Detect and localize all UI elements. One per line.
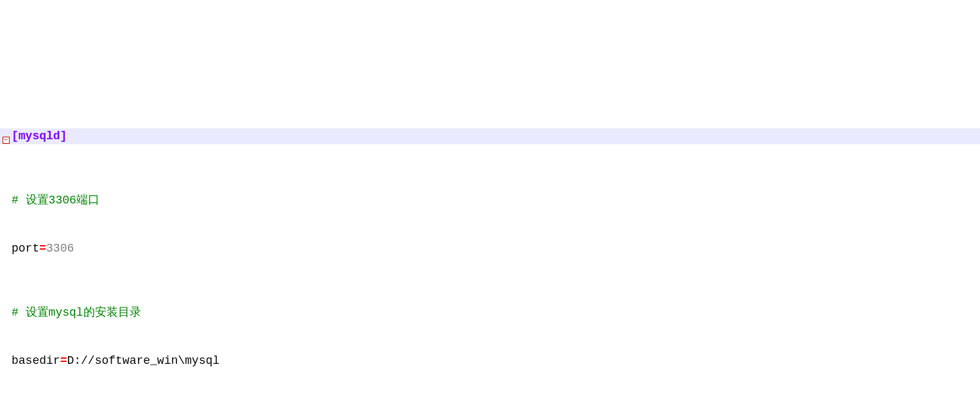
config-value: 3306 <box>46 242 74 255</box>
config-value: D://software_win\mysql <box>67 354 219 367</box>
config-key: port <box>12 242 39 255</box>
section-header: [mysqld] <box>12 130 67 142</box>
code-line: # 设置mysql的安装目录 <box>0 305 980 321</box>
fold-toggle-icon[interactable]: − <box>3 137 10 144</box>
code-line: port=3306 <box>0 241 980 257</box>
equals-sign: = <box>39 242 46 255</box>
equals-sign: = <box>60 354 67 367</box>
comment-text: # 设置3306端口 <box>12 194 99 207</box>
comment-text: # 设置mysql的安装目录 <box>12 306 141 319</box>
code-line: basedir=D://software_win\mysql <box>0 353 980 369</box>
code-line: − [mysqld] <box>0 128 980 144</box>
code-editor[interactable]: − [mysqld] # 设置3306端口 port=3306 # 设置mysq… <box>0 64 980 403</box>
code-line: # 设置3306端口 <box>0 193 980 209</box>
config-key: basedir <box>12 354 60 367</box>
